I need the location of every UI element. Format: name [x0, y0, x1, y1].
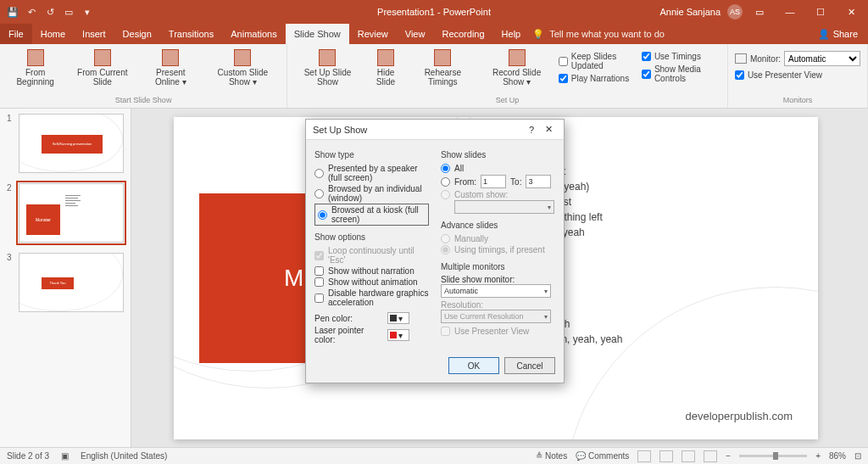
comments-button[interactable]: 💬 Comments [576, 451, 629, 461]
tab-animations[interactable]: Animations [222, 24, 285, 44]
to-spinner[interactable]: 3 [526, 175, 551, 188]
pen-color-picker[interactable]: ▾ [387, 312, 409, 324]
document-title: Presentation1 - PowerPoint [377, 7, 491, 17]
hide-slide-button[interactable]: Hide Slide [366, 48, 406, 94]
start-show-icon[interactable]: ▭ [63, 6, 75, 18]
tab-review[interactable]: Review [349, 24, 397, 44]
help-icon[interactable]: ? [523, 125, 540, 135]
opt-presenter-view: Use Presenter View [441, 326, 555, 337]
from-current-button[interactable]: From Current Slide [69, 48, 136, 94]
laser-color-label: Laser pointer color: [314, 326, 384, 344]
spell-check-icon[interactable]: ▣ [61, 451, 69, 461]
zoom-in-icon[interactable]: + [815, 451, 821, 461]
tab-help[interactable]: Help [493, 24, 530, 44]
opt-no-narration[interactable]: Show without narration [314, 266, 429, 277]
presenter-view-check[interactable]: Use Presenter View [735, 70, 860, 81]
undo-icon[interactable]: ↶ [25, 6, 37, 18]
from-beginning-button[interactable]: From Beginning [7, 48, 64, 94]
hide-slide-icon [377, 49, 394, 66]
qat-dropdown-icon[interactable]: ▾ [81, 6, 93, 18]
share-icon: 👤 [818, 29, 830, 40]
opt-custom-show: Custom show: [441, 189, 555, 200]
opt-kiosk[interactable]: Browsed at a kiosk (full screen) [314, 204, 429, 226]
opt-individual[interactable]: Browsed by an individual (window) [314, 183, 429, 204]
ok-button[interactable]: OK [448, 357, 499, 374]
ribbon: From Beginning From Current Slide Presen… [0, 44, 868, 109]
slide-monitor-select[interactable]: Automatic▾ [441, 284, 551, 298]
avatar[interactable]: AS [727, 4, 743, 20]
tab-view[interactable]: View [397, 24, 434, 44]
advance-label: Advance slides [441, 221, 555, 230]
share-button[interactable]: 👤 Share [808, 24, 868, 44]
notes-button[interactable]: ≜ Notes [536, 451, 567, 461]
opt-disable-hw[interactable]: Disable hardware graphics acceleration [314, 288, 429, 308]
zoom-out-icon[interactable]: − [726, 451, 731, 461]
tab-transitions[interactable]: Transitions [160, 24, 222, 44]
zoom-level[interactable]: 86% [829, 451, 846, 461]
menu-bar: File Home Insert Design Transitions Anim… [0, 24, 868, 44]
multi-monitors-label: Multiple monitors [441, 262, 555, 271]
chevron-down-icon: ▾ [398, 314, 403, 323]
group-start-slide-show: From Beginning From Current Slide Presen… [0, 44, 287, 108]
opt-no-animation[interactable]: Show without animation [314, 277, 429, 288]
present-online-button[interactable]: Present Online ▾ [141, 48, 200, 94]
pen-color-label: Pen color: [314, 314, 384, 323]
maximize-icon[interactable]: ☐ [807, 2, 834, 22]
thumb-number: 1 [7, 114, 14, 173]
record-button[interactable]: Record Slide Show ▾ [480, 48, 553, 94]
zoom-slider[interactable] [739, 455, 807, 457]
tab-insert[interactable]: Insert [74, 24, 114, 44]
slide-counter[interactable]: Slide 2 of 3 [7, 451, 49, 461]
from-spinner[interactable]: 1 [481, 175, 506, 188]
show-media-check[interactable]: Show Media Controls [642, 64, 721, 84]
monitor-icon [735, 53, 747, 64]
sorter-view-icon[interactable] [659, 450, 673, 462]
opt-from-radio[interactable] [441, 177, 450, 187]
custom-show-button[interactable]: Custom Slide Show ▾ [205, 48, 280, 94]
cancel-button[interactable]: Cancel [504, 357, 555, 374]
dialog-title: Set Up Show [313, 125, 367, 135]
chevron-down-icon: ▾ [398, 331, 403, 340]
tab-home[interactable]: Home [32, 24, 74, 44]
setup-show-dialog: Set Up Show ? ✕ Show type Presented by a… [305, 119, 565, 383]
redo-icon[interactable]: ↺ [44, 6, 56, 18]
custom-show-icon [234, 49, 251, 66]
close-icon[interactable]: ✕ [837, 2, 865, 22]
opt-manually: Manually [441, 233, 555, 244]
thumbnail-1[interactable]: Self-Running presentation [19, 114, 124, 173]
resolution-label: Resolution: [441, 300, 555, 310]
user-name[interactable]: Annie Sanjana [659, 7, 721, 17]
use-timings-check[interactable]: Use Timings [642, 51, 721, 62]
keep-updated-check[interactable]: Keep Slides Updated [559, 51, 637, 71]
tab-file[interactable]: File [0, 24, 32, 44]
show-options-label: Show options [314, 232, 429, 242]
opt-speaker[interactable]: Presented by a speaker (full screen) [314, 163, 429, 183]
close-dialog-icon[interactable]: ✕ [540, 124, 557, 135]
fit-window-icon[interactable]: ⊡ [854, 451, 861, 461]
tell-me[interactable]: 💡 Tell me what you want to do [532, 24, 665, 44]
monitor-label: Monitor: [750, 54, 781, 64]
opt-all-slides[interactable]: All [441, 163, 555, 174]
play-narrations-check[interactable]: Play Narrations [559, 73, 637, 84]
setup-show-button[interactable]: Set Up Slide Show [294, 48, 360, 94]
tab-design[interactable]: Design [114, 24, 160, 44]
group-label-setup: Set Up [294, 96, 721, 106]
rehearse-button[interactable]: Rehearse Timings [410, 48, 475, 94]
tab-recording[interactable]: Recording [433, 24, 492, 44]
tab-slide-show[interactable]: Slide Show [286, 24, 349, 44]
minimize-icon[interactable]: — [776, 2, 804, 22]
reading-view-icon[interactable] [682, 450, 695, 462]
group-monitors: Monitor: Automatic Use Presenter View Mo… [728, 44, 868, 108]
monitor-select[interactable]: Automatic [784, 51, 860, 66]
normal-view-icon[interactable] [637, 450, 651, 462]
title-bar: 💾 ↶ ↺ ▭ ▾ Presentation1 - PowerPoint Ann… [0, 0, 868, 24]
language-status[interactable]: English (United States) [81, 451, 167, 461]
group-set-up: Set Up Slide Show Hide Slide Rehearse Ti… [287, 44, 728, 108]
thumbnail-2[interactable]: Monster ▬▬▬▬▬▬▬▬▬▬▬▬▬▬▬▬▬▬▬▬▬▬▬▬▬▬ [19, 183, 124, 243]
ribbon-options-icon[interactable]: ▭ [746, 2, 773, 22]
thumbnail-3[interactable]: Thank You [19, 253, 124, 312]
lightbulb-icon: 💡 [532, 29, 544, 40]
slideshow-view-icon[interactable] [704, 450, 717, 462]
save-icon[interactable]: 💾 [7, 6, 19, 18]
laser-color-picker[interactable]: ▾ [387, 329, 409, 341]
